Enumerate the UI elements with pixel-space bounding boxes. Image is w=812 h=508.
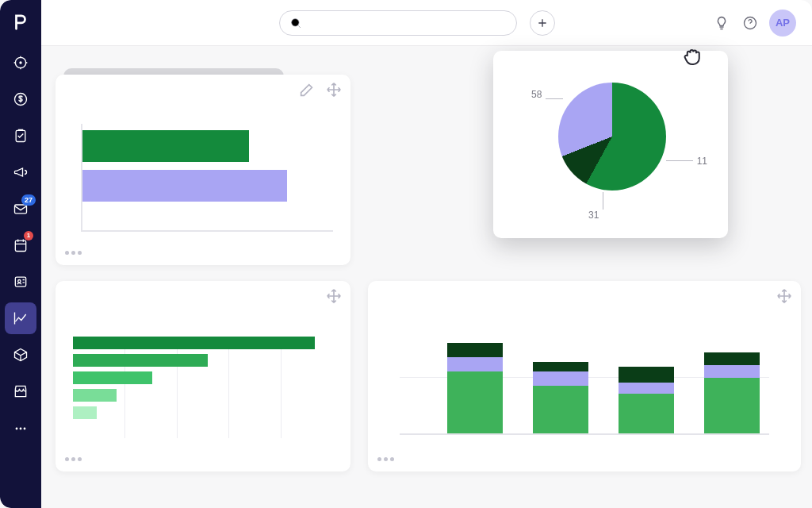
widget-4-chart [400, 329, 769, 435]
sidebar-item-more[interactable] [5, 413, 36, 444]
dashboard-canvas: 58 11 31 [41, 46, 812, 508]
sidebar-item-marketplace[interactable] [5, 375, 36, 407]
widget-menu[interactable] [65, 448, 84, 465]
box-icon [13, 347, 29, 363]
plus-icon [536, 17, 549, 29]
tips-button[interactable] [709, 10, 734, 36]
svg-point-9 [20, 428, 22, 430]
megaphone-icon [13, 164, 29, 180]
pie-label-1: 11 [697, 156, 707, 167]
widget-2-chart: 58 11 31 [493, 51, 728, 238]
topbar: AP [41, 0, 812, 46]
user-avatar[interactable]: AP [769, 10, 796, 37]
edit-icon[interactable] [298, 81, 316, 98]
avatar-initials: AP [776, 17, 790, 29]
bar-series-b [82, 170, 287, 202]
svg-point-11 [292, 18, 299, 25]
widget-pie-dragging[interactable]: 58 11 31 [493, 51, 728, 238]
chart-icon [13, 310, 29, 326]
help-button[interactable] [737, 10, 763, 36]
store-icon [13, 383, 29, 399]
add-button[interactable] [530, 10, 555, 36]
svg-point-1 [19, 61, 21, 64]
calendar-badge: 1 [24, 231, 33, 241]
widget-3-chart [73, 337, 333, 438]
dots-icon [13, 421, 29, 437]
mail-badge: 27 [21, 194, 36, 206]
svg-rect-5 [15, 241, 25, 251]
search-input-wrap[interactable] [279, 10, 517, 36]
main: AP 58 11 31 [41, 0, 812, 508]
search-input[interactable] [308, 17, 507, 29]
sidebar-item-deals[interactable] [5, 83, 36, 115]
sidebar-item-contacts[interactable] [5, 266, 36, 298]
target-icon [13, 55, 29, 71]
pie-label-2: 31 [588, 210, 599, 221]
sidebar-item-calendar[interactable]: 1 [5, 229, 36, 261]
widget-1-chart [73, 124, 333, 232]
sidebar-item-insights[interactable] [5, 302, 36, 334]
svg-point-10 [24, 428, 26, 430]
widget-bar-ranked[interactable] [56, 281, 350, 471]
svg-rect-4 [15, 205, 27, 214]
widget-menu[interactable] [65, 242, 84, 259]
widget-menu[interactable] [377, 448, 396, 465]
sidebar-item-campaigns[interactable] [5, 156, 36, 188]
search-icon [289, 17, 302, 29]
app-logo [11, 13, 30, 32]
widget-bar-stacked[interactable] [368, 281, 801, 471]
svg-point-8 [16, 428, 18, 430]
sidebar-item-products[interactable] [5, 339, 36, 371]
dollar-icon [13, 91, 29, 107]
move-icon[interactable] [776, 287, 793, 305]
help-icon [742, 15, 758, 31]
sidebar-item-tasks[interactable] [5, 120, 36, 152]
move-icon[interactable] [325, 287, 343, 305]
svg-point-7 [18, 280, 21, 283]
sidebar: 27 1 [0, 0, 41, 508]
widget-bar-horizontal[interactable] [56, 75, 350, 265]
pie-label-0: 58 [531, 89, 542, 100]
clipboard-icon [13, 128, 29, 144]
contact-icon [13, 274, 29, 290]
bar-series-a [82, 130, 249, 162]
lightbulb-icon [714, 15, 730, 31]
move-icon[interactable] [325, 81, 343, 98]
sidebar-item-mail[interactable]: 27 [5, 193, 36, 225]
sidebar-item-focus[interactable] [5, 47, 36, 79]
